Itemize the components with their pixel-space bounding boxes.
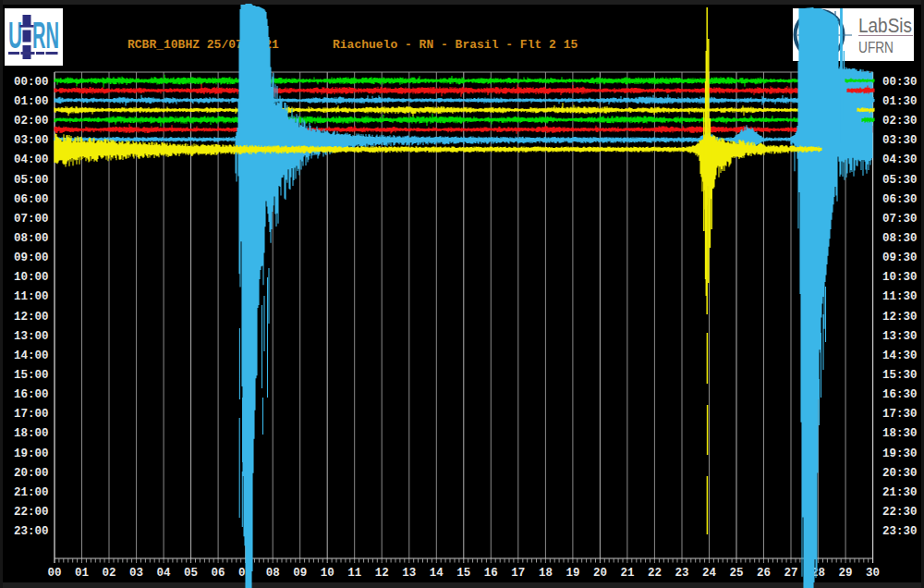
svg-text:02:00: 02:00 <box>14 115 49 128</box>
svg-text:LabSis: LabSis <box>858 14 912 37</box>
svg-text:21:30: 21:30 <box>882 486 918 499</box>
svg-text:14:30: 14:30 <box>882 349 918 362</box>
svg-text:19:30: 19:30 <box>882 447 918 460</box>
svg-text:29: 29 <box>839 567 853 580</box>
svg-text:00:30: 00:30 <box>882 76 918 89</box>
svg-text:24: 24 <box>702 567 717 580</box>
svg-text:UFRN: UFRN <box>858 40 894 55</box>
svg-text:22:00: 22:00 <box>14 506 49 519</box>
svg-text:04: 04 <box>157 567 172 580</box>
svg-text:11:00: 11:00 <box>14 290 49 303</box>
svg-text:27: 27 <box>784 567 797 580</box>
svg-text:21:00: 21:00 <box>14 486 49 499</box>
svg-text:15: 15 <box>456 567 470 580</box>
svg-text:01: 01 <box>75 567 89 580</box>
svg-text:08:00: 08:00 <box>14 232 49 245</box>
svg-text:13: 13 <box>402 567 416 580</box>
svg-text:U: U <box>8 14 22 56</box>
svg-text:15:30: 15:30 <box>882 369 918 382</box>
svg-text:19:00: 19:00 <box>14 447 49 460</box>
svg-text:11: 11 <box>347 567 361 580</box>
svg-text:20:30: 20:30 <box>882 467 918 480</box>
svg-text:09:30: 09:30 <box>882 251 918 264</box>
svg-text:10: 10 <box>321 567 334 580</box>
svg-text:20:00: 20:00 <box>14 467 49 480</box>
svg-text:18: 18 <box>539 567 553 580</box>
svg-text:00:00: 00:00 <box>14 76 49 89</box>
svg-text:18:30: 18:30 <box>882 427 918 440</box>
svg-text:02: 02 <box>102 567 116 580</box>
svg-text:05: 05 <box>184 567 198 580</box>
svg-text:14:00: 14:00 <box>14 349 49 362</box>
svg-text:14: 14 <box>430 567 444 580</box>
svg-text:12: 12 <box>375 567 389 580</box>
svg-text:04:30: 04:30 <box>882 153 918 166</box>
svg-text:17:30: 17:30 <box>882 408 918 421</box>
svg-text:05:00: 05:00 <box>14 174 49 187</box>
svg-text:06:30: 06:30 <box>882 193 918 206</box>
svg-text:21: 21 <box>620 567 634 580</box>
svg-text:16: 16 <box>484 567 498 580</box>
svg-text:06:00: 06:00 <box>14 193 49 206</box>
svg-text:11:30: 11:30 <box>882 290 918 303</box>
svg-text:15:00: 15:00 <box>14 369 49 382</box>
svg-text:12:30: 12:30 <box>882 311 918 324</box>
svg-text:07:30: 07:30 <box>882 213 918 226</box>
svg-text:01:30: 01:30 <box>882 95 918 108</box>
svg-text:17:00: 17:00 <box>14 408 49 421</box>
svg-text:17: 17 <box>511 567 525 580</box>
svg-text:18:00: 18:00 <box>14 427 49 440</box>
svg-text:23:00: 23:00 <box>14 525 49 538</box>
svg-text:20: 20 <box>593 567 607 580</box>
svg-text:09:00: 09:00 <box>14 251 49 264</box>
svg-text:08: 08 <box>266 567 280 580</box>
svg-text:03:30: 03:30 <box>882 134 918 147</box>
svg-text:00: 00 <box>47 567 61 580</box>
svg-text:10:30: 10:30 <box>882 271 918 284</box>
svg-text:23: 23 <box>675 567 688 580</box>
svg-text:30: 30 <box>866 567 880 580</box>
svg-text:08:30: 08:30 <box>882 232 918 245</box>
svg-text:25: 25 <box>729 567 743 580</box>
svg-text:05:30: 05:30 <box>882 174 918 187</box>
svg-text:03:00: 03:00 <box>14 134 49 147</box>
svg-text:04:00: 04:00 <box>14 153 49 166</box>
svg-text:Riachuelo - RN - Brasil - Flt: Riachuelo - RN - Brasil - Flt 2 15 <box>333 38 578 52</box>
svg-text:22: 22 <box>648 567 662 580</box>
svg-text:13:00: 13:00 <box>14 330 49 343</box>
svg-text:19: 19 <box>565 567 579 580</box>
svg-text:16:00: 16:00 <box>14 388 49 401</box>
svg-text:06: 06 <box>212 567 225 580</box>
svg-text:03: 03 <box>129 567 143 580</box>
svg-text:01:00: 01:00 <box>14 95 49 108</box>
svg-text:23:30: 23:30 <box>882 525 918 538</box>
svg-text:RN: RN <box>32 14 59 56</box>
svg-text:13:30: 13:30 <box>882 330 918 343</box>
svg-text:22:30: 22:30 <box>882 506 918 519</box>
svg-text:10:00: 10:00 <box>14 271 49 284</box>
svg-text:02:30: 02:30 <box>882 115 918 128</box>
svg-text:16:30: 16:30 <box>882 388 918 401</box>
svg-text:12:00: 12:00 <box>14 311 49 324</box>
svg-text:09: 09 <box>293 567 307 580</box>
svg-text:26: 26 <box>757 567 771 580</box>
svg-text:07:00: 07:00 <box>14 213 49 226</box>
